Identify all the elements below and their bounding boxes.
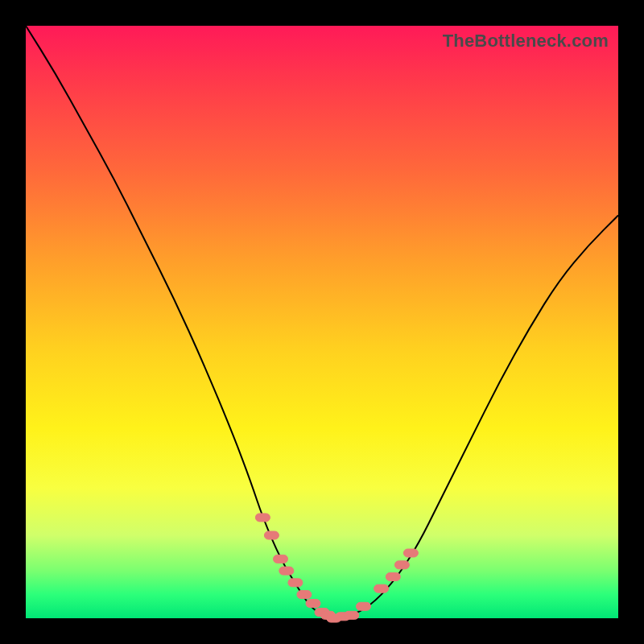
highlight-dot bbox=[357, 602, 371, 610]
highlight-dot bbox=[279, 567, 294, 575]
bottleneck-curve bbox=[26, 26, 618, 617]
highlight-dot bbox=[345, 611, 359, 619]
highlight-dot bbox=[386, 573, 400, 581]
highlight-dot bbox=[274, 555, 288, 563]
highlight-dot bbox=[306, 600, 320, 608]
highlight-dot bbox=[264, 531, 279, 539]
chart-frame: TheBottleneck.com bbox=[0, 0, 644, 644]
highlight-dot bbox=[403, 549, 418, 557]
highlight-dot bbox=[255, 514, 270, 522]
highlight-dot bbox=[288, 579, 303, 587]
curve-svg bbox=[26, 26, 618, 618]
highlight-dot bbox=[374, 584, 389, 592]
highlight-dot bbox=[394, 561, 409, 569]
highlight-dots-group bbox=[255, 514, 418, 622]
highlight-dot bbox=[297, 591, 312, 599]
plot-area: TheBottleneck.com bbox=[26, 26, 618, 618]
